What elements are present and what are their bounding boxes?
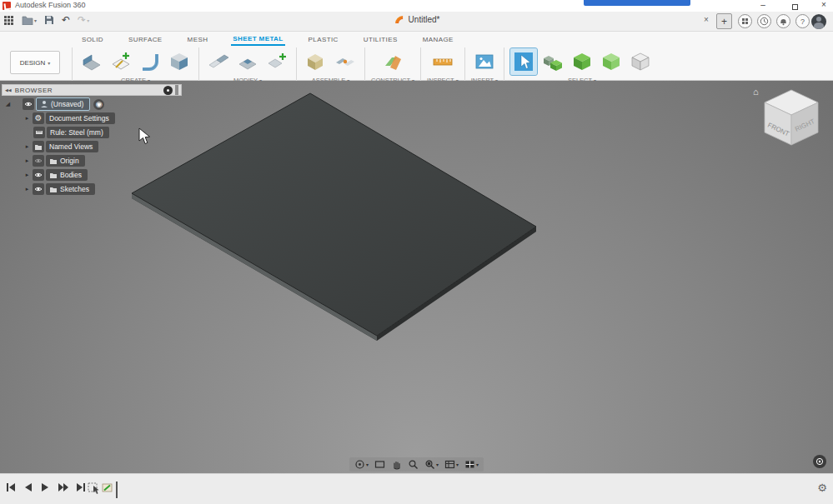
pan-button[interactable] [391, 459, 402, 470]
browser-row-document-settings[interactable]: ▸ ⚙ Document Settings [23, 112, 182, 124]
convert-to-sheet-metal-button[interactable] [166, 48, 193, 75]
redo-button[interactable]: ↷ ▾ [78, 14, 89, 26]
browser-header[interactable]: ◀◀ BROWSER [2, 84, 182, 96]
browser-row-sketches[interactable]: ▸ Sketches [23, 183, 182, 195]
workspace-selector-button[interactable]: DESIGN ▾ [10, 51, 60, 74]
modify-stock-button[interactable] [263, 48, 290, 75]
step-back-button[interactable] [23, 482, 33, 493]
collapse-browser-icon[interactable]: ◀◀ [5, 87, 12, 92]
browser-row-bodies[interactable]: ▸ Bodies [23, 169, 182, 181]
orbit-button[interactable]: ▾ [354, 459, 369, 470]
select-priority-component-button[interactable] [539, 48, 566, 75]
measure-button[interactable] [429, 48, 456, 75]
go-to-start-button[interactable] [5, 482, 17, 493]
group-divider [420, 47, 421, 81]
expand-arrow-icon[interactable]: ▸ [23, 143, 31, 150]
view-cube-faces[interactable]: FRONT RIGHT [753, 85, 830, 157]
file-menu-button[interactable]: ▾ [22, 15, 37, 25]
document-tab[interactable]: Untitled* [394, 14, 440, 25]
unfold-button[interactable] [205, 48, 232, 75]
browser-display-filter-icon[interactable] [163, 86, 173, 95]
new-component-icon [305, 51, 327, 72]
minimize-button[interactable]: – [757, 0, 769, 9]
new-component-button[interactable] [303, 48, 329, 75]
select-priority-body-button[interactable] [569, 48, 595, 75]
browser-row-origin[interactable]: ▸ Origin [23, 155, 182, 167]
look-at-button[interactable] [374, 459, 385, 470]
select-priority-face-button[interactable] [598, 48, 625, 75]
named-views-item[interactable]: Named Views [46, 141, 98, 152]
browser-drag-handle[interactable] [175, 85, 178, 95]
select-priority-edge-button[interactable] [627, 48, 654, 75]
viewports-button[interactable]: ▾ [464, 459, 479, 470]
create-bend-button[interactable] [137, 48, 163, 75]
viewport-canvas[interactable]: ◀◀ BROWSER ◢ (Unsaved) ◉ ▸ ⚙ [0, 81, 833, 473]
document-root-item[interactable]: (Unsaved) [36, 97, 90, 111]
activate-component-icon[interactable]: ◉ [93, 99, 104, 110]
insert-canvas-button[interactable] [471, 48, 498, 75]
document-settings-item[interactable]: Document Settings [46, 112, 115, 124]
job-status-button[interactable] [757, 14, 771, 28]
user-avatar[interactable] [811, 14, 826, 29]
expand-arrow-icon[interactable]: ▸ [23, 115, 31, 122]
tab-surface[interactable]: SURFACE [127, 33, 164, 45]
create-sketch-icon [110, 51, 132, 72]
tab-plastic[interactable]: PLASTIC [307, 33, 340, 45]
bodies-item[interactable]: Bodies [46, 169, 88, 181]
origin-item[interactable]: Origin [46, 155, 85, 167]
settings-gear-icon: ⚙ [33, 112, 44, 124]
step-forward-button[interactable] [57, 482, 68, 493]
construct-plane-button[interactable] [379, 48, 406, 75]
rule-item[interactable]: Rule: Steel (mm) [47, 127, 109, 138]
feedback-icon[interactable] [813, 455, 826, 468]
view-cube[interactable]: ⌂ FRONT RIGHT [753, 85, 830, 157]
browser-row-named-views[interactable]: ▸ Named Views [23, 141, 182, 152]
close-button[interactable]: × [818, 0, 830, 9]
timeline-sketch-feature[interactable] [101, 481, 113, 498]
timeline-scrub-handle[interactable] [87, 481, 99, 498]
fit-button[interactable]: ▾ [424, 459, 439, 470]
expand-arrow-icon[interactable]: ▸ [23, 186, 31, 192]
create-flange-button[interactable] [78, 48, 105, 75]
joint-button[interactable] [332, 48, 359, 75]
tab-solid[interactable]: SOLID [80, 33, 105, 45]
app-grid-menu-button[interactable] [3, 15, 14, 26]
notifications-button[interactable] [776, 14, 790, 28]
green-cube-icon [571, 51, 593, 72]
play-button[interactable] [40, 482, 50, 493]
notification-banner-button[interactable] [584, 0, 690, 6]
tab-mesh[interactable]: MESH [186, 33, 210, 45]
tab-utilities[interactable]: UTILITIES [362, 33, 399, 45]
create-sketch-button[interactable] [108, 48, 134, 75]
visibility-eye-icon[interactable] [33, 183, 44, 195]
tab-manage[interactable]: MANAGE [421, 33, 455, 45]
maximize-button[interactable] [789, 2, 800, 12]
expand-arrow-icon[interactable]: ▸ [23, 157, 31, 164]
browser-row-rule[interactable]: Rule: Steel (mm) [33, 127, 182, 138]
look-at-icon [374, 459, 385, 470]
timeline-playhead[interactable] [116, 482, 118, 498]
expand-arrow-icon[interactable]: ▸ [23, 172, 31, 178]
visibility-eye-icon[interactable] [33, 169, 44, 181]
help-button[interactable]: ? [795, 14, 810, 28]
extensions-button[interactable] [738, 14, 752, 28]
expanded-arrow-icon[interactable]: ◢ [4, 101, 12, 107]
tab-sheet-metal[interactable]: SHEET METAL [231, 32, 284, 46]
modify-corner-button[interactable] [234, 48, 261, 75]
save-button[interactable] [44, 15, 54, 25]
group-inspect: INSPECT ▾ [427, 47, 459, 84]
visibility-eye-icon[interactable] [23, 98, 34, 110]
home-view-icon[interactable]: ⌂ [753, 87, 759, 97]
display-settings-button[interactable]: ▾ [444, 459, 459, 470]
undo-button[interactable]: ↶ [62, 14, 70, 26]
corner-icon [237, 51, 258, 72]
select-window-button[interactable] [510, 48, 537, 75]
visibility-eye-icon[interactable] [33, 155, 44, 167]
browser-row-root[interactable]: ◢ (Unsaved) ◉ [4, 98, 182, 110]
go-to-end-button[interactable] [75, 482, 87, 493]
close-document-button[interactable]: × [701, 15, 711, 24]
zoom-button[interactable] [408, 459, 419, 470]
timeline-settings-gear-icon[interactable]: ⚙ [817, 482, 827, 494]
sketches-item[interactable]: Sketches [46, 183, 95, 195]
new-document-tab-button[interactable]: + [716, 13, 732, 29]
